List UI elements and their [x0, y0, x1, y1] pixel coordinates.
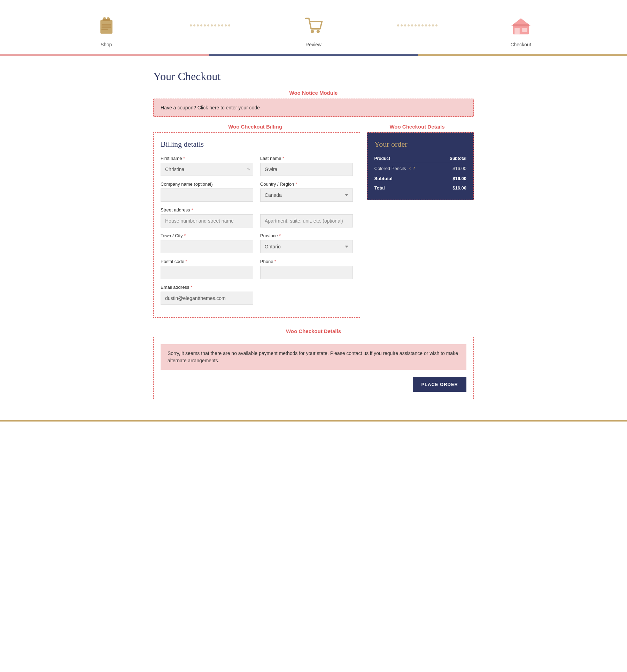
- place-order-button[interactable]: PLACE ORDER: [413, 377, 466, 392]
- phone-label: Phone *: [260, 259, 353, 264]
- street-label: Street address *: [161, 207, 253, 213]
- payment-notice: Sorry, it seems that there are no availa…: [161, 344, 466, 370]
- street-required: *: [191, 207, 193, 213]
- country-required: *: [295, 181, 297, 187]
- order-item-name: Colored Pencils × 2: [374, 163, 440, 174]
- line-blue: [209, 54, 418, 56]
- svg-rect-10: [514, 28, 520, 34]
- total-label: Total: [374, 183, 440, 193]
- subtotal-label: Subtotal: [374, 174, 440, 183]
- country-select[interactable]: Canada: [260, 188, 353, 202]
- province-required: *: [279, 233, 281, 238]
- steps-row: Shop Review: [94, 14, 533, 47]
- street-row: Street address *: [161, 207, 353, 227]
- postal-required: *: [186, 259, 187, 264]
- footer-line: [0, 420, 627, 422]
- details-section: Your order Product Subtotal Colored Penc…: [367, 132, 474, 200]
- postal-label: Postal code *: [161, 259, 253, 264]
- province-select[interactable]: Ontario: [260, 240, 353, 253]
- country-label: Country / Region *: [260, 181, 353, 187]
- email-row: Email address *: [161, 285, 353, 305]
- order-table: Product Subtotal Colored Pencils × 2 $16…: [374, 154, 466, 193]
- col-product: Product: [374, 154, 440, 163]
- province-label: Province *: [260, 233, 353, 238]
- town-group: Town / City *: [161, 233, 253, 253]
- svg-rect-6: [101, 29, 108, 30]
- email-spacer: [260, 285, 353, 305]
- step-shop[interactable]: Shop: [94, 14, 118, 47]
- town-input[interactable]: [161, 240, 253, 253]
- last-name-label: Last name *: [260, 156, 353, 161]
- subtotal-value: $16.00: [440, 174, 466, 183]
- apartment-group: [260, 207, 353, 227]
- edit-icon: ✎: [247, 167, 250, 172]
- line-gold: [418, 54, 627, 56]
- place-order-row: PLACE ORDER: [161, 377, 466, 392]
- main-content: Your Checkout Woo Notice Module Have a c…: [146, 70, 481, 399]
- coupon-text: Have a coupon? Click here to enter your …: [161, 105, 260, 110]
- dots-1: [118, 24, 301, 37]
- checkout-label: Checkout: [510, 42, 531, 47]
- svg-rect-5: [101, 26, 111, 28]
- svg-rect-3: [102, 19, 110, 21]
- line-pink: [0, 54, 209, 56]
- last-name-input[interactable]: [260, 163, 353, 176]
- order-item-subtotal: $16.00: [440, 163, 466, 174]
- svg-point-8: [316, 30, 319, 33]
- cart-icon: [301, 14, 326, 38]
- apartment-input[interactable]: [260, 214, 353, 227]
- checkout-columns: Billing details First name * ✎ Last name…: [153, 132, 474, 318]
- phone-required: *: [274, 259, 276, 264]
- email-group: Email address *: [161, 285, 253, 305]
- svg-rect-11: [522, 28, 527, 32]
- progress-lines: [0, 54, 627, 56]
- email-label: Email address *: [161, 285, 253, 290]
- progress-section: Shop Review: [0, 0, 627, 56]
- store-icon: [509, 14, 533, 38]
- coupon-notice[interactable]: Have a coupon? Click here to enter your …: [153, 99, 474, 117]
- street-group: Street address *: [161, 207, 253, 227]
- town-label: Town / City *: [161, 233, 253, 238]
- order-subtotal-row: Subtotal $16.00: [374, 174, 466, 183]
- province-group: Province * Ontario: [260, 233, 353, 253]
- review-label: Review: [305, 42, 322, 47]
- first-name-label: First name *: [161, 156, 253, 161]
- svg-rect-13: [513, 24, 529, 26]
- company-row: Company name (optional) Country / Region…: [161, 181, 353, 202]
- name-row: First name * ✎ Last name *: [161, 156, 353, 176]
- apartment-label: [260, 207, 353, 213]
- postal-phone-row: Postal code * Phone *: [161, 259, 353, 279]
- billing-section: Billing details First name * ✎ Last name…: [153, 132, 360, 318]
- company-label: Company name (optional): [161, 181, 253, 187]
- postal-input[interactable]: [161, 266, 253, 279]
- first-name-input-wrapper: ✎: [161, 163, 253, 176]
- total-value: $16.00: [440, 183, 466, 193]
- company-group: Company name (optional): [161, 181, 253, 202]
- first-name-input[interactable]: [161, 163, 253, 176]
- svg-point-7: [311, 30, 314, 33]
- email-required: *: [191, 285, 192, 290]
- country-group: Country / Region * Canada: [260, 181, 353, 202]
- town-province-row: Town / City * Province * Ontario: [161, 233, 353, 253]
- street-input[interactable]: [161, 214, 253, 227]
- shop-icon: [94, 14, 118, 38]
- step-checkout[interactable]: Checkout: [509, 14, 533, 47]
- phone-group: Phone *: [260, 259, 353, 279]
- bottom-box: Sorry, it seems that there are no availa…: [153, 337, 474, 399]
- dots-2: [326, 24, 509, 37]
- email-input[interactable]: [161, 292, 253, 305]
- col-subtotal: Subtotal: [440, 154, 466, 163]
- details-module-label-bottom: Woo Checkout Details: [153, 328, 474, 334]
- order-total-row: Total $16.00: [374, 183, 466, 193]
- step-review[interactable]: Review: [301, 14, 326, 47]
- town-required: *: [184, 233, 186, 238]
- shop-label: Shop: [101, 42, 112, 47]
- notice-module-label: Woo Notice Module: [153, 90, 474, 96]
- phone-input[interactable]: [260, 266, 353, 279]
- last-name-required: *: [282, 156, 284, 161]
- svg-rect-4: [101, 24, 111, 25]
- order-item-row: Colored Pencils × 2 $16.00: [374, 163, 466, 174]
- company-input[interactable]: [161, 188, 253, 202]
- bottom-module: Woo Checkout Details Sorry, it seems tha…: [153, 328, 474, 399]
- details-module-label-top: Woo Checkout Details: [361, 124, 474, 130]
